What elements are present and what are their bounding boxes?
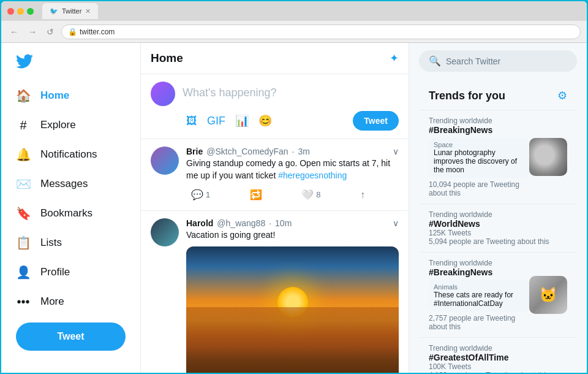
reply-count: 1 <box>206 190 210 199</box>
sparkle-icon[interactable]: ✦ <box>390 52 399 65</box>
bell-icon: 🔔 <box>16 147 31 162</box>
feed-title: Home <box>151 52 183 65</box>
tweet-time: · <box>269 218 271 228</box>
trend-count: 100K Tweets <box>429 362 567 371</box>
add-emoji-btn[interactable]: 😊 <box>255 110 276 131</box>
envelope-icon: ✉️ <box>16 177 31 191</box>
tweet-timestamp: 3m <box>298 147 309 156</box>
tweet-handle: @Sktch_ComedyFan <box>206 147 288 156</box>
compose-right: What's happening? 🖼 GIF 📊 😊 Tweet <box>183 82 399 131</box>
compose-actions: 🖼 GIF 📊 😊 Tweet <box>183 110 399 131</box>
trend-text-wrap: Trending worldwide #BreakingNews Animals… <box>429 259 529 331</box>
back-btn[interactable]: ← <box>7 26 21 38</box>
trend-item[interactable]: Trending worldwide #WorldNews 125K Tweet… <box>419 204 577 252</box>
like-btn[interactable]: 🤍 8 <box>296 186 325 203</box>
sidebar-item-home-label: Home <box>40 90 69 102</box>
trend-people: 10,094 people are Tweeting about this <box>429 180 529 197</box>
twitter-bird-icon <box>16 53 33 70</box>
sunset-image <box>186 246 399 373</box>
tweet-content: Harold @h_wang88 · 10m ∨ Vacation is goi… <box>186 218 399 373</box>
tweet-link[interactable]: #heregoesnothing <box>278 170 347 180</box>
add-image-btn[interactable]: 🖼 <box>183 110 201 131</box>
compose-avatar <box>151 82 175 106</box>
sidebar-item-bookmarks[interactable]: 🔖 Bookmarks <box>9 200 133 227</box>
trend-item[interactable]: Trending worldwide #BreakingNews Animals… <box>419 252 577 337</box>
trend-item[interactable]: Trending worldwide #BreakingNews Space L… <box>419 110 577 204</box>
sidebar-item-profile[interactable]: 👤 Profile <box>9 259 133 286</box>
browser-tab[interactable]: 🐦 Twitter ✕ <box>42 3 98 19</box>
search-bar[interactable]: 🔍 <box>419 50 577 72</box>
tweet-header: Harold @h_wang88 · 10m ∨ <box>186 218 399 228</box>
reply-btn[interactable]: 💬 1 <box>186 186 215 203</box>
share-btn[interactable]: ↑ <box>355 186 370 203</box>
tweet-text: Giving standup comedy a go. Open mic sta… <box>186 158 399 181</box>
sidebar-item-notifications[interactable]: 🔔 Notifications <box>9 141 133 168</box>
search-icon: 🔍 <box>429 55 441 67</box>
retweet-icon: 🔁 <box>250 189 262 200</box>
trends-header: Trends for you ⚙ <box>419 82 577 110</box>
trend-people: 2,757 people are Tweeting about this <box>429 314 529 331</box>
tweet-content: Brie @Sktch_ComedyFan · 3m ∨ Giving stan… <box>186 147 399 203</box>
sidebar-item-home[interactable]: 🏠 Home <box>9 82 133 109</box>
moon-thumbnail <box>529 138 567 176</box>
trend-sub-text: These cats are ready for #InternationalC… <box>434 291 524 308</box>
trend-category: Trending worldwide <box>429 210 567 219</box>
avatar <box>151 218 179 246</box>
sidebar-item-profile-label: Profile <box>40 266 70 278</box>
sidebar-item-more[interactable]: ••• More <box>9 288 133 315</box>
tweet-card[interactable]: Brie @Sktch_ComedyFan · 3m ∨ Giving stan… <box>141 139 409 211</box>
share-icon: ↑ <box>360 189 365 200</box>
trend-name: #BreakingNews <box>429 267 529 277</box>
sidebar-item-messages[interactable]: ✉️ Messages <box>9 170 133 197</box>
retweet-btn[interactable]: 🔁 <box>245 186 267 203</box>
compose-placeholder[interactable]: What's happening? <box>183 82 399 104</box>
sidebar-item-bookmarks-label: Bookmarks <box>40 207 92 219</box>
tweet-user-info: Brie @Sktch_ComedyFan · 3m <box>186 147 310 156</box>
trend-item[interactable]: Trending worldwide #GreatestOfAllTime 10… <box>419 337 577 373</box>
twitter-app: 🏠 Home # Explore 🔔 Notifications ✉️ Mess… <box>1 43 587 373</box>
browser-window: 🐦 Twitter ✕ ← → ↺ 🔒 twitter.com 🏠 Hom <box>0 0 588 374</box>
browser-toolbar: ← → ↺ 🔒 twitter.com <box>1 21 587 43</box>
tab-title: Twitter <box>62 7 81 15</box>
tweet-button[interactable]: Tweet <box>16 322 126 351</box>
tab-close-btn[interactable]: ✕ <box>85 7 91 15</box>
compose-tweet-btn[interactable]: Tweet <box>353 111 399 131</box>
tweet-chevron-icon[interactable]: ∨ <box>393 147 399 156</box>
sidebar-item-lists[interactable]: 📋 Lists <box>9 229 133 256</box>
tweet-timestamp: 10m <box>275 218 292 228</box>
close-window-btn[interactable] <box>7 8 14 15</box>
maximize-window-btn[interactable] <box>27 8 34 15</box>
lock-icon: 🔒 <box>68 28 77 36</box>
trend-category: Trending worldwide <box>429 259 529 267</box>
tweet-user-info: Harold @h_wang88 · 10m <box>186 218 292 228</box>
reply-icon: 💬 <box>191 189 203 200</box>
twitter-logo[interactable] <box>9 48 133 77</box>
home-icon: 🏠 <box>16 88 31 103</box>
trend-extra: 4,123 people are Tweeting about this <box>429 371 567 373</box>
add-poll-btn[interactable]: 📊 <box>232 110 252 131</box>
trend-thumbnail: 🐱 <box>529 276 567 314</box>
minimize-window-btn[interactable] <box>17 8 24 15</box>
sidebar-item-explore[interactable]: # Explore <box>9 112 133 139</box>
trend-with-image: Trending worldwide #BreakingNews Animals… <box>429 259 567 331</box>
refresh-btn[interactable]: ↺ <box>44 26 56 38</box>
trend-extra: 5,094 people are Tweeting about this <box>429 237 567 246</box>
tweet-image <box>186 246 399 373</box>
url-text: twitter.com <box>80 28 115 36</box>
add-gif-btn[interactable]: GIF <box>203 110 229 131</box>
explore-icon: # <box>16 118 31 132</box>
forward-btn[interactable]: → <box>26 26 39 38</box>
address-bar[interactable]: 🔒 twitter.com <box>61 25 581 39</box>
tweet-chevron-icon[interactable]: ∨ <box>393 218 399 228</box>
trend-with-image: Trending worldwide #BreakingNews Space L… <box>429 116 567 197</box>
tweet-text: Vacation is going great! <box>186 229 399 242</box>
tweet-card[interactable]: Harold @h_wang88 · 10m ∨ Vacation is goi… <box>141 211 409 373</box>
sidebar-item-lists-label: Lists <box>40 237 62 249</box>
gear-icon[interactable]: ⚙ <box>557 89 567 102</box>
search-input[interactable] <box>446 56 567 66</box>
compose-icons: 🖼 GIF 📊 😊 <box>183 110 276 131</box>
cat-thumbnail: 🐱 <box>529 276 567 314</box>
sidebar-item-explore-label: Explore <box>40 119 76 131</box>
tab-favicon: 🐦 <box>50 7 58 15</box>
avatar <box>151 147 179 175</box>
